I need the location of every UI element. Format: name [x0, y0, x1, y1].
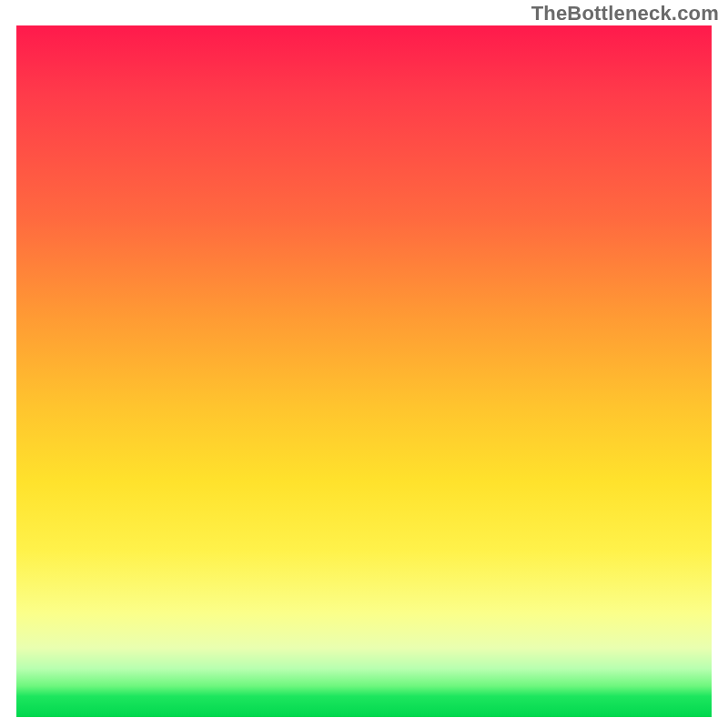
plot-area: [16, 25, 712, 717]
watermark-text: TheBottleneck.com: [531, 2, 719, 25]
chart-container: TheBottleneck.com: [0, 0, 728, 728]
gradient-background: [16, 25, 712, 717]
